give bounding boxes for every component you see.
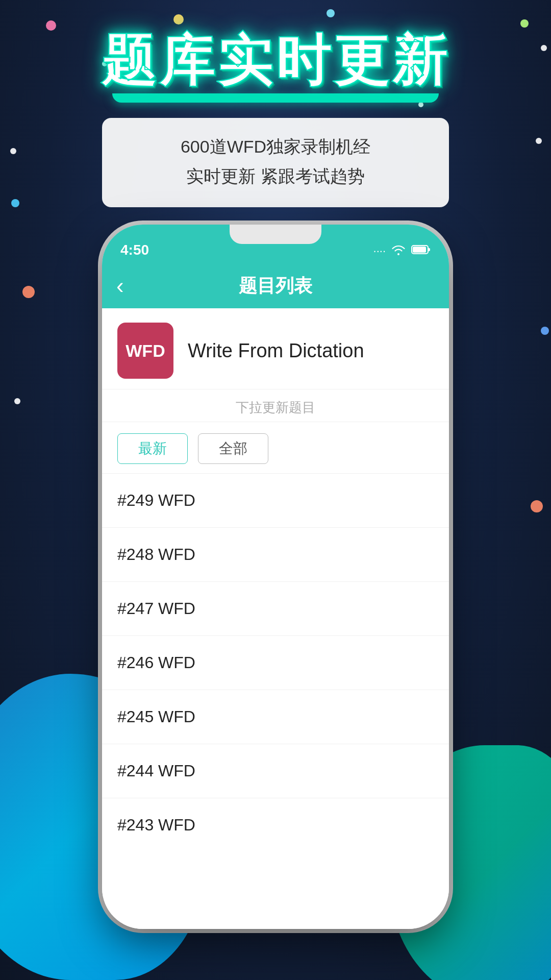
list-item[interactable]: #244 WFD bbox=[102, 744, 449, 798]
star-dot bbox=[46, 20, 56, 31]
list-container: #249 WFD #248 WFD #247 WFD #246 WFD #245… bbox=[102, 474, 449, 852]
banner-title: 题库实时更新 bbox=[101, 31, 450, 101]
banner-subtitle-line1: 600道WFD独家录制机经 bbox=[181, 137, 370, 156]
star-dot bbox=[22, 286, 35, 298]
phone-navbar: ‹ 题目列表 bbox=[102, 263, 449, 308]
filter-tab-latest[interactable]: 最新 bbox=[117, 433, 188, 464]
banner-subtitle: 600道WFD独家录制机经 实时更新 紧跟考试趋势 bbox=[133, 132, 418, 191]
list-item[interactable]: #243 WFD bbox=[102, 798, 449, 852]
list-item[interactable]: #249 WFD bbox=[102, 474, 449, 528]
wfd-icon: WFD bbox=[117, 323, 173, 379]
phone-content: WFD Write From Dictation 下拉更新题目 最新 全部 #2… bbox=[102, 308, 449, 929]
star-dot bbox=[14, 398, 20, 404]
battery-icon bbox=[411, 244, 431, 258]
star-dot bbox=[327, 9, 335, 17]
navbar-title: 题目列表 bbox=[239, 274, 312, 299]
banner-area: 题库实时更新 600道WFD独家录制机经 实时更新 紧跟考试趋势 bbox=[0, 31, 551, 207]
star-dot bbox=[520, 19, 529, 28]
list-item[interactable]: #248 WFD bbox=[102, 528, 449, 582]
star-dot bbox=[541, 327, 549, 335]
filter-tab-all[interactable]: 全部 bbox=[198, 433, 268, 464]
list-item[interactable]: #247 WFD bbox=[102, 582, 449, 636]
status-icons: ···· bbox=[373, 244, 431, 258]
star-dot bbox=[173, 14, 184, 24]
phone-mockup: 4:50 ···· ‹ 题目列表 bbox=[102, 225, 449, 929]
wifi-icon bbox=[391, 244, 406, 258]
signal-dots-icon: ···· bbox=[373, 244, 386, 258]
back-button[interactable]: ‹ bbox=[116, 275, 124, 297]
wfd-header: WFD Write From Dictation bbox=[102, 308, 449, 389]
list-item[interactable]: #245 WFD bbox=[102, 690, 449, 744]
banner-subtitle-line2: 实时更新 紧跟考试趋势 bbox=[186, 166, 364, 186]
phone-notch bbox=[230, 225, 321, 244]
wfd-title: Write From Dictation bbox=[188, 340, 364, 362]
pull-hint: 下拉更新题目 bbox=[102, 389, 449, 422]
status-time: 4:50 bbox=[120, 242, 149, 258]
banner-sub-box: 600道WFD独家录制机经 实时更新 紧跟考试趋势 bbox=[102, 118, 449, 208]
svg-rect-2 bbox=[428, 248, 430, 251]
star-dot bbox=[531, 500, 543, 512]
filter-tabs: 最新 全部 bbox=[102, 422, 449, 474]
list-item[interactable]: #246 WFD bbox=[102, 636, 449, 690]
svg-rect-1 bbox=[413, 247, 426, 253]
